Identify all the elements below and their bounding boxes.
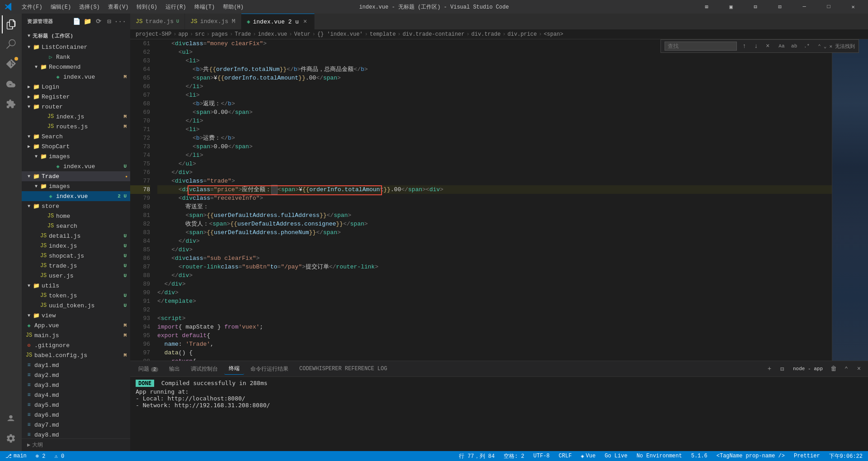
indentation[interactable]: 空格: 2 xyxy=(502,451,526,461)
sidebar-item-search-store[interactable]: JS search xyxy=(22,221,130,231)
regex-btn[interactable]: .* xyxy=(802,42,811,50)
sidebar-item-shopcart-images[interactable]: ▼ 📁 images xyxy=(22,151,130,161)
new-folder-btn[interactable]: 📁 xyxy=(83,17,92,26)
sidebar-item-day1[interactable]: ≡ day1.md xyxy=(22,360,130,370)
sidebar-item-shopcart[interactable]: ▶ 📁 ShopCart xyxy=(22,141,130,151)
sidebar-item-trade-index[interactable]: ◈ index.vue 2 U xyxy=(22,191,130,201)
errors-count[interactable]: ⊗ 2 xyxy=(34,451,47,461)
menu-edit[interactable]: 编辑(E) xyxy=(47,2,75,12)
sidebar-item-day6[interactable]: ≡ day6.md xyxy=(22,410,130,420)
sidebar-item-uuid-token[interactable]: JS uuid_token.js U xyxy=(22,301,130,310)
activity-git[interactable] xyxy=(2,55,20,73)
sidebar-item-listcontainer[interactable]: ▼ 📁 ListContainer xyxy=(22,42,130,52)
case-sensitive-btn[interactable]: Aa xyxy=(777,42,786,50)
sidebar-item-detail[interactable]: JS detail.js U xyxy=(22,231,130,241)
refresh-btn[interactable]: ⟳ xyxy=(94,17,103,26)
maximize-btn[interactable]: □ xyxy=(818,0,839,14)
add-terminal-btn[interactable]: + xyxy=(764,363,775,374)
panel-tab-terminal[interactable]: 终端 xyxy=(224,363,244,375)
eslint-version[interactable]: 5.1.6 xyxy=(689,451,709,461)
menu-run[interactable]: 运行(R) xyxy=(162,2,190,12)
minimize-btn[interactable]: ─ xyxy=(794,0,815,14)
sidebar-item-shopcat[interactable]: JS shopcat.js U xyxy=(22,251,130,261)
bc-obj[interactable]: {} 'index.vue' xyxy=(317,31,363,38)
activity-extensions[interactable] xyxy=(2,95,20,113)
whole-word-btn[interactable]: ab xyxy=(789,42,799,50)
panel-tab-output[interactable]: 输出 xyxy=(165,363,184,375)
collapse-btn[interactable]: ⊟ xyxy=(105,17,114,26)
activity-explorer[interactable] xyxy=(2,15,20,33)
sidebar-item-gitignore[interactable]: ⊙ .gitignore xyxy=(22,340,130,350)
bc-app[interactable]: app xyxy=(178,31,188,38)
find-nav-down[interactable]: ⌄ xyxy=(824,43,827,49)
sidebar-item-main-js[interactable]: JS main.js M xyxy=(22,330,130,340)
tag-name[interactable]: <TagName prop-name /> xyxy=(715,451,787,461)
sidebar-item-user[interactable]: JS user.js U xyxy=(22,271,130,281)
bc-project[interactable]: project-SHP xyxy=(136,31,171,38)
bc-src[interactable]: src xyxy=(195,31,205,38)
sidebar-item-token[interactable]: JS token.js U xyxy=(22,291,130,301)
find-prev-btn[interactable]: ↑ xyxy=(740,42,749,51)
menu-select[interactable]: 选择(S) xyxy=(75,2,104,12)
sidebar-item-day5[interactable]: ≡ day5.md xyxy=(22,400,130,410)
sidebar-item-store-index[interactable]: JS index.js U xyxy=(22,241,130,251)
sidebar-item-router[interactable]: ▼ 📁 router xyxy=(22,102,130,112)
sidebar-item-search[interactable]: ▼ 📁 Search xyxy=(22,132,130,141)
maximize-panel-btn[interactable]: ⌃ xyxy=(841,363,852,374)
sidebar-item-view[interactable]: ▼ 📁 view xyxy=(22,310,130,320)
find-nav-up[interactable]: ⌃ xyxy=(818,43,821,49)
tab-index-js[interactable]: JS index.js M xyxy=(185,14,241,29)
sidebar-item-day7[interactable]: ≡ day7.md xyxy=(22,420,130,430)
layout-btn-1[interactable]: ⊞ xyxy=(696,0,717,14)
menu-file[interactable]: 文件(F) xyxy=(18,2,46,12)
find-input[interactable] xyxy=(665,42,737,51)
tab-index-vue[interactable]: ◈ index.vue 2 u × xyxy=(241,14,315,29)
sidebar-item-register[interactable]: ▶ 📁 Register xyxy=(22,92,130,102)
panel-tab-run[interactable]: 命令行运行结果 xyxy=(246,363,293,375)
more-actions-btn[interactable]: ··· xyxy=(116,17,125,26)
sidebar-item-app-vue[interactable]: ◈ App.vue M xyxy=(22,320,130,330)
bc-file[interactable]: index.vue xyxy=(258,31,287,38)
sidebar-item-login[interactable]: ▶ 📁 Login xyxy=(22,82,130,92)
bc-div-container[interactable]: div.trade-container xyxy=(403,31,465,38)
new-file-btn[interactable]: 📄 xyxy=(72,17,81,26)
encoding[interactable]: UTF-8 xyxy=(532,451,552,461)
sidebar-item-rank[interactable]: ▷ Rank xyxy=(22,52,130,62)
bc-span[interactable]: <span> xyxy=(544,31,563,38)
bc-div-price[interactable]: div.price xyxy=(508,31,537,38)
sidebar-item-day3[interactable]: ≡ day3.md xyxy=(22,380,130,390)
menu-help[interactable]: 帮助(H) xyxy=(219,2,247,12)
no-environment[interactable]: No Environment xyxy=(635,451,684,461)
prettier-btn[interactable]: Prettier xyxy=(792,451,822,461)
tab-close-btn[interactable]: × xyxy=(302,18,309,25)
line-ending[interactable]: CRLF xyxy=(557,451,574,461)
activity-settings[interactable] xyxy=(2,429,20,447)
terminal-trash-btn[interactable]: 🗑 xyxy=(828,363,839,374)
sidebar-item-day4[interactable]: ≡ day4.md xyxy=(22,390,130,400)
cursor-position[interactable]: 行 77，列 84 xyxy=(457,451,496,461)
layout-btn-2[interactable]: ▣ xyxy=(721,0,741,14)
menu-goto[interactable]: 转到(G) xyxy=(133,2,161,12)
sidebar-item-trade-images[interactable]: ▼ 📁 images xyxy=(22,181,130,191)
close-panel-btn[interactable]: × xyxy=(854,363,864,374)
bc-vetur[interactable]: Vetur xyxy=(294,31,311,38)
find-next-btn[interactable]: ↓ xyxy=(751,42,760,51)
sidebar-item-home[interactable]: JS home xyxy=(22,211,130,221)
layout-btn-4[interactable]: ⊡ xyxy=(769,0,790,14)
bc-trade[interactable]: Trade xyxy=(235,31,251,38)
bc-template[interactable]: template xyxy=(370,31,396,38)
sidebar-item-recommend[interactable]: ▼ 📁 Recommend xyxy=(22,62,130,72)
layout-btn-3[interactable]: ⊟ xyxy=(745,0,766,14)
outline-section[interactable]: ▶ 大纲 xyxy=(22,438,130,451)
menu-view[interactable]: 查看(V) xyxy=(104,2,132,12)
activity-debug[interactable] xyxy=(2,75,20,93)
language-mode[interactable]: ◈ Vue xyxy=(579,451,598,461)
sidebar-item-recommend-index[interactable]: ◈ index.vue M xyxy=(22,72,130,82)
sidebar-item-store[interactable]: ▼ 📁 store xyxy=(22,201,130,211)
bc-pages[interactable]: pages xyxy=(212,31,228,38)
sidebar-item-babel[interactable]: JS babel.config.js M xyxy=(22,350,130,360)
panel-tab-problems[interactable]: 问题2 xyxy=(134,363,163,375)
warnings-count[interactable]: ⚠ 0 xyxy=(52,451,66,461)
sidebar-item-day8[interactable]: ≡ day8.md xyxy=(22,430,130,438)
menu-terminal[interactable]: 终端(T) xyxy=(191,2,219,12)
